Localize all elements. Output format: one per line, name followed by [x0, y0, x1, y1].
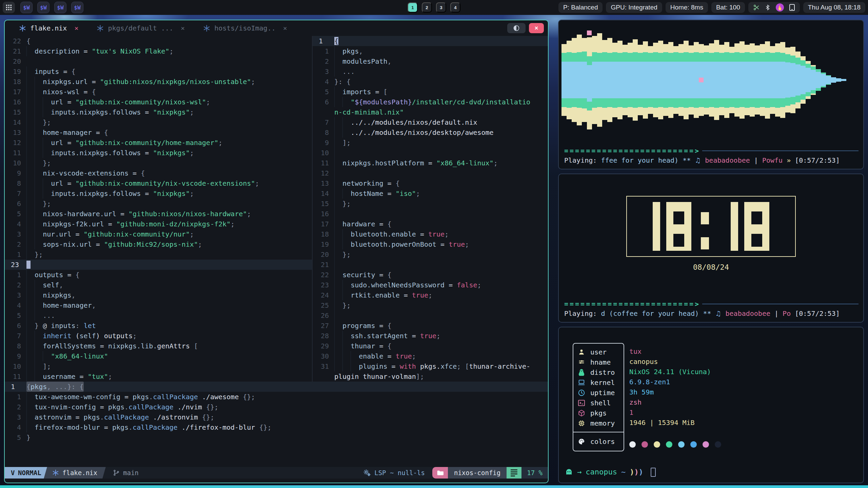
- clock-digit: [731, 202, 738, 251]
- now-playing-text: Playing: d (coffee for your head) ** ♫ b…: [564, 308, 859, 319]
- scissors-icon[interactable]: [753, 4, 760, 11]
- visualizer-bar: [780, 42, 785, 118]
- fetch-value-shell: zsh: [629, 397, 711, 407]
- top-bar: $W$W$W$W 1234 P: Balanced GPU: Integrate…: [0, 0, 868, 15]
- code-line: 5 ...: [5, 310, 312, 321]
- line-number: 12: [313, 168, 334, 178]
- line-number: 8: [5, 178, 26, 188]
- line-number: 11: [5, 148, 26, 158]
- prompt-chevron: ): [639, 467, 643, 477]
- window-toggle-button[interactable]: [507, 23, 526, 33]
- line-number: 5: [5, 209, 26, 219]
- laptop-icon: [577, 379, 586, 386]
- code-line: 3 astronvim = pkgs.callPackage ./astronv…: [5, 412, 548, 422]
- line-number: 31: [313, 361, 334, 371]
- power-profile-label: P: Balanced: [563, 4, 598, 11]
- code-line: 10 };: [5, 158, 312, 168]
- code-line: 27 programs = {: [313, 321, 548, 331]
- bluetooth-icon[interactable]: [765, 4, 771, 11]
- tab-flake-nix[interactable]: flake.nix ×: [19, 23, 78, 33]
- workspace-button-4[interactable]: $W: [71, 2, 83, 13]
- code-line: 1{: [313, 36, 548, 46]
- app-launcher-button[interactable]: [3, 2, 15, 13]
- user-icon: [577, 348, 586, 356]
- digital-clock: [626, 196, 796, 257]
- line-number: 19: [5, 66, 26, 77]
- visualizer-bar: [714, 40, 719, 120]
- code-line: 16 url = "github:nix-community/nixos-wsl…: [5, 97, 312, 107]
- tab-pkgs-default[interactable]: pkgs/default ... ×: [97, 23, 185, 33]
- tag-button-2[interactable]: 2: [422, 2, 432, 13]
- code-line: 3 ...: [313, 66, 548, 77]
- scroll-percent-label: 17 %: [527, 468, 542, 478]
- code-line: 11 nixpkgs.hostPlatform = "x86_64-linux"…: [313, 158, 548, 168]
- fetch-row-kernel: kernel: [573, 378, 624, 388]
- track-progress-bar: ========================>: [564, 146, 859, 155]
- workspace-button-2[interactable]: $W: [37, 2, 50, 13]
- close-icon[interactable]: ×: [74, 23, 78, 33]
- code-line: 20 };: [313, 249, 548, 260]
- line-number: 7: [313, 117, 334, 127]
- file-segment: flake.nix: [44, 467, 106, 479]
- code-line: 5 imports = [: [313, 87, 548, 97]
- palette-dot: [666, 441, 672, 448]
- tab-hosts-isoimage[interactable]: hosts/isoImag.. ×: [203, 23, 287, 33]
- visualizer-bar: [750, 43, 755, 117]
- flame-icon[interactable]: [775, 3, 784, 12]
- close-icon[interactable]: ×: [181, 23, 185, 33]
- visualizer-bar: [678, 44, 684, 116]
- fetch-value-kernel: 6.9.8-zen1: [629, 377, 711, 387]
- prompt-chevron: ): [630, 467, 634, 477]
- pkgs-default-pane[interactable]: 1{pkgs, ...}: {1 tux-awesome-wm-config =…: [5, 382, 548, 443]
- code-line: 4 nixpkgs-f2k.url = "github:moni-dz/nixp…: [5, 219, 312, 229]
- fetch-label: pkgs: [590, 408, 607, 418]
- close-icon[interactable]: ×: [283, 23, 287, 33]
- code-line: 20: [5, 56, 312, 66]
- code-line: 23: [5, 260, 312, 270]
- now-playing-text: Playing: ffee for your head) ** ♫ beabad…: [564, 155, 859, 165]
- prompt-path: ~: [621, 467, 626, 477]
- code-line: 19 inputs = {: [5, 66, 312, 77]
- visualizer-bar: [617, 41, 623, 119]
- shell-prompt[interactable]: → canopus ~ ))): [565, 467, 656, 477]
- ghost-icon: [565, 468, 573, 476]
- fetch-label-box: userhnamedistrokerneluptimeshellpkgsmemo…: [573, 343, 624, 451]
- code-line: 11 username = "tux";: [5, 371, 312, 382]
- clock-icon: [577, 389, 586, 396]
- code-line: 9 "x86_64-linux": [5, 351, 312, 361]
- code-line: 18 nixpkgs.url = "github:nixos/nixpkgs/n…: [5, 77, 312, 87]
- tab-label: hosts/isoImag..: [214, 23, 276, 33]
- tag-button-1[interactable]: 1: [408, 2, 418, 13]
- line-number: 7: [5, 188, 26, 199]
- workspace-button-3[interactable]: $W: [54, 2, 66, 13]
- now-playing-segment: Playing:: [564, 309, 601, 318]
- gpu-label: GPU: Integrated: [611, 4, 657, 11]
- wallpaper-horizon-line: [0, 485, 868, 488]
- line-number: 2: [5, 402, 26, 412]
- visualizer-bar: [638, 45, 643, 115]
- code-line: 10 ];: [5, 361, 312, 371]
- line-number: 2: [5, 239, 26, 249]
- line-number: 9: [5, 351, 26, 361]
- iso-config-pane[interactable]: 1{1 pkgs,2 modulesPath,3 ...4}: {5 impor…: [313, 36, 548, 382]
- visualizer-bar: [597, 33, 602, 127]
- project-folder-chip: [432, 467, 448, 479]
- code-line: 1 tux-awesome-wm-config = pkgs.callPacka…: [5, 392, 548, 402]
- nix-snowflake-icon: [97, 25, 104, 32]
- workspace-button-1[interactable]: $W: [20, 2, 33, 13]
- box-icon: [577, 409, 586, 417]
- battery-label: Bat: 100: [716, 4, 740, 11]
- tag-button-3[interactable]: 3: [436, 2, 446, 13]
- lsp-label: LSP ~ null-ls: [374, 468, 425, 478]
- flake-nix-pane[interactable]: 22{21 description = "tux's NixOS Flake";…: [5, 36, 313, 382]
- tablet-icon[interactable]: [789, 4, 795, 11]
- progress-rule: [702, 304, 859, 304]
- tag-button-4[interactable]: 4: [450, 2, 460, 13]
- line-number: 11: [313, 158, 334, 168]
- line-number: 22: [313, 270, 334, 280]
- line-number: 29: [313, 341, 334, 351]
- window-close-button[interactable]: ×: [529, 23, 544, 33]
- fetch-label: colors: [590, 436, 615, 447]
- track-progress-bar: ========================>: [564, 300, 859, 308]
- visualizer-bar: [816, 69, 821, 91]
